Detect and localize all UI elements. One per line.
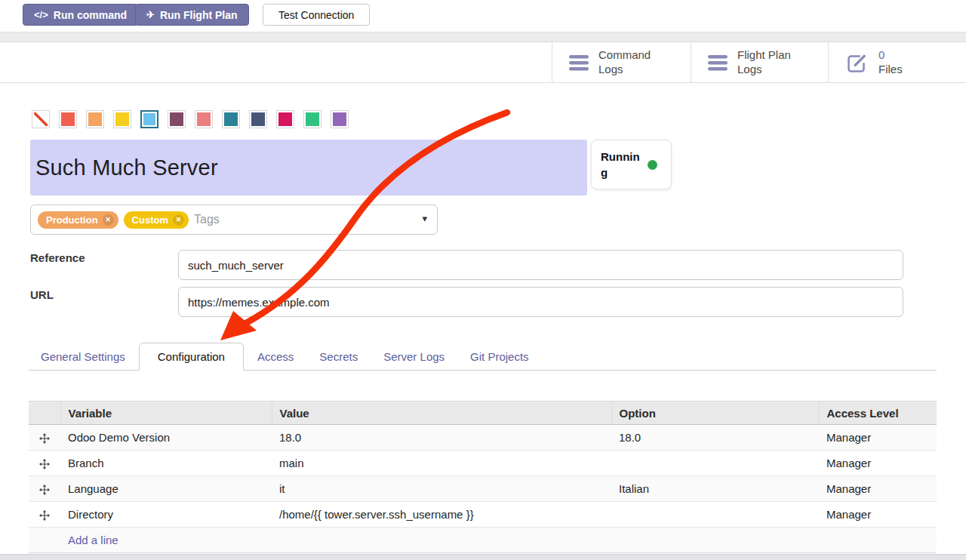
- table-header-row: VariableValueOptionAccess Level: [29, 402, 937, 425]
- server-name-field[interactable]: Such Much Server: [30, 140, 587, 195]
- cell-value[interactable]: main: [272, 451, 611, 476]
- action-bar: </> Run command ✈ Run Flight Plan Test C…: [0, 0, 966, 32]
- bottom-strip: [0, 554, 966, 560]
- run-flight-plan-button[interactable]: ✈ Run Flight Plan: [135, 4, 249, 26]
- tags-placeholder: Tags: [194, 213, 220, 226]
- cell-option[interactable]: Italian: [611, 476, 819, 502]
- add-line-row: Add a line: [29, 528, 937, 553]
- color-swatch-purple[interactable]: [331, 110, 349, 128]
- cell-option[interactable]: [611, 502, 819, 528]
- tag-production[interactable]: Production✕: [38, 211, 118, 229]
- cell-value[interactable]: /home/{{ tower.server.ssh_username }}: [272, 502, 611, 528]
- drag-handle-icon[interactable]: [29, 425, 60, 451]
- cell-option[interactable]: 18.0: [611, 425, 819, 451]
- list-icon: [708, 55, 728, 71]
- cell-value[interactable]: 18.0: [272, 425, 611, 451]
- color-swatch-dark-blue[interactable]: [249, 110, 267, 128]
- tab-access[interactable]: Access: [245, 343, 306, 370]
- empty-cell: [29, 528, 60, 553]
- column-header-option: Option: [611, 402, 819, 425]
- notebook-tabs: General SettingsConfigurationAccessSecre…: [29, 341, 937, 371]
- color-swatch-medium-blue[interactable]: [222, 110, 240, 128]
- cell-option[interactable]: [611, 451, 819, 476]
- separator-band: [0, 32, 966, 42]
- swatch-fill: [197, 112, 211, 126]
- run-command-button[interactable]: </> Run command: [23, 4, 138, 26]
- color-swatch-red[interactable]: [59, 110, 77, 128]
- files-count: 0: [878, 48, 903, 63]
- drag-handle-icon[interactable]: [29, 476, 60, 502]
- swatch-fill: [251, 112, 265, 126]
- configuration-table: VariableValueOptionAccess Level Odoo Dem…: [29, 401, 937, 553]
- color-swatch-no-color[interactable]: [32, 110, 50, 128]
- tab-configuration[interactable]: Configuration: [139, 343, 244, 371]
- code-icon: </>: [34, 9, 48, 20]
- edit-icon: [845, 51, 869, 75]
- drag-handle-icon[interactable]: [29, 502, 60, 528]
- tab-general-settings[interactable]: General Settings: [29, 343, 137, 370]
- swatch-fill: [115, 112, 129, 126]
- color-swatch-fuchsia[interactable]: [276, 110, 294, 128]
- cell-variable[interactable]: Directory: [60, 502, 272, 528]
- color-swatch-dark-purple[interactable]: [168, 110, 186, 128]
- swatch-fill: [224, 112, 238, 126]
- swatch-fill: [333, 112, 346, 126]
- color-swatch-orange[interactable]: [86, 110, 104, 128]
- cell-access-level[interactable]: Manager: [819, 476, 937, 502]
- cell-variable[interactable]: Odoo Demo Version: [60, 425, 272, 451]
- color-swatch-salmon[interactable]: [195, 110, 213, 128]
- cell-access-level[interactable]: Manager: [819, 451, 937, 476]
- table-row[interactable]: BranchmainManager: [29, 451, 937, 476]
- files-label: Files: [878, 63, 903, 77]
- color-swatch-light-blue[interactable]: [140, 110, 158, 128]
- tags-input[interactable]: Production✕Custom✕ Tags ▾: [30, 205, 438, 235]
- cell-access-level[interactable]: Manager: [819, 425, 937, 451]
- url-input[interactable]: [178, 287, 903, 317]
- test-connection-button[interactable]: Test Connection: [263, 4, 370, 26]
- add-a-line-link[interactable]: Add a line: [68, 534, 118, 546]
- swatch-fill: [306, 112, 319, 126]
- swatch-fill: [170, 112, 183, 126]
- table-row[interactable]: LanguageitItalianManager: [29, 476, 937, 502]
- column-header-access-level: Access Level: [819, 402, 937, 425]
- drag-handle-icon[interactable]: [29, 451, 60, 476]
- files-stat-button[interactable]: 0 Files: [828, 42, 966, 83]
- color-swatch-yellow[interactable]: [113, 110, 131, 128]
- remove-tag-icon[interactable]: ✕: [173, 214, 184, 226]
- reference-label: Reference: [30, 251, 85, 264]
- column-header-variable: Variable: [60, 402, 272, 425]
- cell-value[interactable]: it: [272, 476, 611, 502]
- flight-plan-logs-stat-button[interactable]: Flight Plan Logs: [691, 42, 828, 83]
- page-title: Such Much Server: [35, 155, 218, 180]
- tab-git-projects[interactable]: Git Projects: [458, 343, 541, 370]
- command-logs-stat-button[interactable]: Command Logs: [552, 42, 691, 83]
- run-command-label: Run command: [54, 9, 127, 21]
- status-label: Running: [601, 149, 640, 180]
- server-form-page: </> Run command ✈ Run Flight Plan Test C…: [0, 0, 966, 560]
- command-logs-label: Command Logs: [598, 48, 668, 77]
- swatch-fill: [34, 112, 48, 126]
- swatch-fill: [88, 112, 102, 126]
- reference-input[interactable]: [178, 250, 903, 280]
- remove-tag-icon[interactable]: ✕: [103, 214, 114, 226]
- swatch-fill: [278, 112, 292, 126]
- tag-label: Custom: [132, 214, 168, 226]
- tag-custom[interactable]: Custom✕: [124, 211, 189, 229]
- test-connection-label: Test Connection: [278, 9, 354, 21]
- tab-secrets[interactable]: Secrets: [307, 343, 370, 370]
- status-dot-icon: [648, 160, 657, 170]
- table-row[interactable]: Directory/home/{{ tower.server.ssh_usern…: [29, 502, 937, 528]
- tab-server-logs[interactable]: Server Logs: [371, 343, 457, 370]
- column-header-value: Value: [272, 402, 611, 425]
- cell-variable[interactable]: Language: [60, 476, 272, 502]
- caret-down-icon[interactable]: ▾: [422, 213, 427, 224]
- color-palette: [32, 110, 349, 128]
- tag-label: Production: [46, 214, 98, 226]
- swatch-fill: [61, 112, 75, 126]
- cell-access-level[interactable]: Manager: [819, 502, 937, 528]
- table-row[interactable]: Odoo Demo Version18.018.0Manager: [29, 425, 937, 451]
- cell-variable[interactable]: Branch: [60, 451, 272, 476]
- stat-header: Command Logs Flight Plan Logs 0 Files: [0, 42, 966, 83]
- status-badge[interactable]: Running: [591, 140, 672, 189]
- color-swatch-green[interactable]: [303, 110, 321, 128]
